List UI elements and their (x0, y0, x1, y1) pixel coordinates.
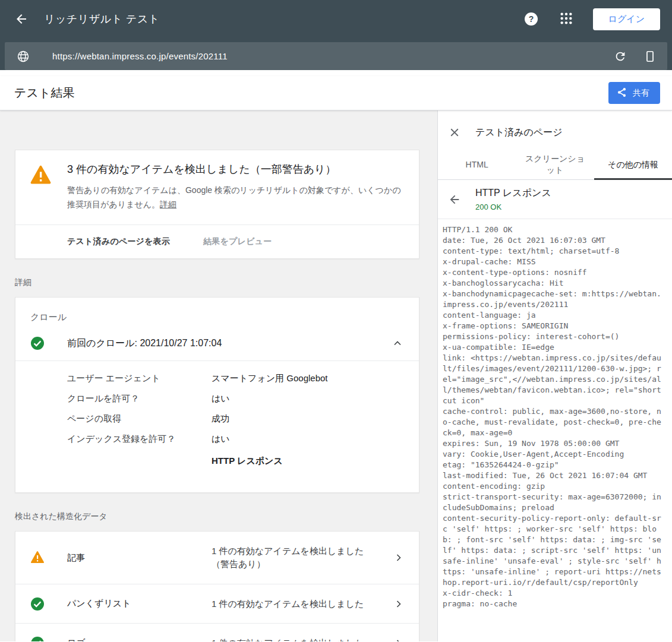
http-response-title: HTTP レスポンス (475, 187, 551, 200)
summary-footer: テスト済みのページを表示 結果をプレビュー (15, 225, 419, 258)
structured-data-type: パンくずリスト (67, 598, 212, 609)
page-title: テスト結果 (14, 85, 74, 101)
structured-data-row-logo[interactable]: ロゴ 1 件の有効なアイテムを検出しました (15, 623, 419, 641)
crawl-row-value: 成功 (212, 413, 229, 425)
smartphone-icon[interactable] (643, 50, 657, 63)
structured-data-type: 記事 (67, 552, 212, 564)
tested-page-panel-title: テスト済みのページ (475, 126, 563, 139)
crawl-row-value: はい (212, 434, 230, 445)
app-header: リッチリザルト テスト ? ログイン https://webtan.impres… (0, 0, 672, 70)
warning-triangle-icon (30, 165, 52, 185)
crawl-row-label: クロールを許可？ (67, 393, 212, 404)
back-arrow-icon[interactable] (14, 12, 29, 26)
summary-icon-column (30, 162, 67, 211)
tab-screenshot[interactable]: スクリーンショット (516, 150, 594, 179)
view-tested-page-button[interactable]: テスト済みのページを表示 (67, 236, 170, 247)
svg-text:?: ? (528, 14, 534, 24)
chevron-right-icon (394, 599, 403, 609)
share-button[interactable]: 共有 (608, 82, 660, 104)
crawl-row-value: スマートフォン用 Googlebot (212, 373, 328, 384)
back-arrow-icon[interactable] (448, 193, 461, 206)
structured-data-row-breadcrumb[interactable]: パンくずリスト 1 件の有効なアイテムを検出しました (15, 584, 419, 623)
check-circle-icon (30, 336, 45, 350)
preview-results-button: 結果をプレビュー (203, 236, 272, 247)
crawl-row-label: ページの取得 (67, 413, 212, 425)
share-button-label: 共有 (633, 88, 649, 99)
globe-icon (17, 50, 30, 63)
tested-url: https://webtan.impress.co.jp/events/2021… (52, 51, 228, 61)
http-response-headers-text: HTTP/1.1 200 OK date: Tue, 26 Oct 2021 1… (443, 224, 667, 609)
tab-html[interactable]: HTML (438, 150, 516, 179)
details-section-label: 詳細 (15, 277, 419, 288)
crawl-status-row[interactable]: 前回のクロール: 2021/10/27 1:07:04 (15, 336, 419, 350)
check-circle-icon (30, 597, 45, 611)
structured-data-result: 1 件の有効なアイテムを検出しました （警告あり） (212, 545, 364, 571)
content-area: 3 件の有効なアイテムを検出しました（一部警告あり） 警告ありの有効なアイテムは… (0, 110, 672, 641)
summary-card-main: 3 件の有効なアイテムを検出しました（一部警告あり） 警告ありの有効なアイテムは… (15, 150, 419, 224)
tested-page-panel-header: テスト済みのページ (438, 110, 672, 145)
check-circle-icon (30, 636, 45, 642)
app-title: リッチリザルト テスト (44, 12, 160, 26)
tested-page-panel: テスト済みのページ HTML スクリーンショット その他の情報 HTTP レスポ… (438, 110, 672, 641)
summary-card: 3 件の有効なアイテムを検出しました（一部警告あり） 警告ありの有効なアイテムは… (15, 150, 419, 259)
http-response-header-text: HTTP レスポンス 200 OK (475, 187, 551, 211)
structured-data-type: ロゴ (67, 637, 212, 641)
summary-text-column: 3 件の有効なアイテムを検出しました（一部警告あり） 警告ありの有効なアイテムは… (67, 162, 403, 211)
crawl-row-page-fetch: ページの取得 成功 (67, 413, 419, 434)
apps-grid-icon[interactable] (560, 12, 574, 26)
crawl-row-http-response: HTTP レスポンス (67, 456, 419, 476)
last-crawl-status: 前回のクロール: 2021/10/27 1:07:04 (67, 337, 222, 350)
summary-description: 警告ありの有効なアイテムは、Google 検索のリッチリザルトの対象ですが、いく… (67, 183, 403, 211)
crawl-card-title: クロール (30, 312, 419, 323)
share-icon (617, 87, 627, 99)
close-icon[interactable] (448, 126, 461, 139)
structured-data-result-text: 1 件の有効なアイテムを検出しました (212, 545, 364, 558)
results-header: テスト結果 共有 (0, 76, 672, 110)
structured-data-result: 1 件の有効なアイテムを検出しました (212, 597, 364, 611)
crawl-detail-rows: ユーザー エージェント スマートフォン用 Googlebot クロールを許可？ … (15, 361, 419, 476)
summary-title: 3 件の有効なアイテムを検出しました（一部警告あり） (67, 162, 403, 176)
structured-data-result: 1 件の有効なアイテムを検出しました (212, 637, 364, 642)
structured-data-section-label: 検出された構造化データ (15, 511, 419, 522)
structured-data-result-note: （警告あり） (212, 558, 364, 571)
http-response-header: HTTP レスポンス 200 OK (438, 180, 672, 219)
http-response-link[interactable]: HTTP レスポンス (212, 456, 283, 467)
crawl-row-label: ユーザー エージェント (67, 373, 212, 384)
warning-triangle-icon (30, 551, 45, 565)
crawl-row-label: インデックス登録を許可？ (67, 434, 212, 445)
crawl-row-value: はい (212, 393, 230, 404)
crawl-card: クロール 前回のクロール: 2021/10/27 1:07:04 ユーザー エー… (15, 297, 419, 493)
chevron-right-icon (394, 553, 403, 562)
crawl-row-indexing-allowed: インデックス登録を許可？ はい (67, 434, 419, 454)
structured-data-row-article[interactable]: 記事 1 件の有効なアイテムを検出しました （警告あり） (15, 532, 419, 584)
http-status-badge: 200 OK (475, 203, 551, 211)
tab-more-info[interactable]: その他の情報 (594, 150, 672, 179)
http-response-body[interactable]: HTTP/1.1 200 OK date: Tue, 26 Oct 2021 1… (438, 219, 672, 615)
login-button[interactable]: ログイン (593, 8, 660, 30)
app-header-row: リッチリザルト テスト ? ログイン (0, 0, 672, 38)
chevron-up-icon[interactable] (393, 339, 402, 348)
details-link[interactable]: 詳細 (160, 200, 176, 209)
summary-description-text: 警告ありの有効なアイテムは、Google 検索のリッチリザルトの対象ですが、いく… (67, 185, 401, 209)
chevron-right-icon (394, 638, 403, 642)
results-column: 3 件の有効なアイテムを検出しました（一部警告あり） 警告ありの有効なアイテムは… (0, 110, 438, 641)
tested-page-tabs: HTML スクリーンショット その他の情報 (438, 150, 672, 180)
refresh-icon[interactable] (614, 50, 627, 63)
crawl-row-user-agent: ユーザー エージェント スマートフォン用 Googlebot (67, 373, 419, 393)
crawl-row-crawl-allowed: クロールを許可？ はい (67, 393, 419, 413)
help-icon[interactable]: ? (524, 12, 538, 26)
url-bar: https://webtan.impress.co.jp/events/2021… (5, 42, 667, 70)
structured-data-card: 記事 1 件の有効なアイテムを検出しました （警告あり） パンくずリスト 1 件… (15, 531, 419, 641)
